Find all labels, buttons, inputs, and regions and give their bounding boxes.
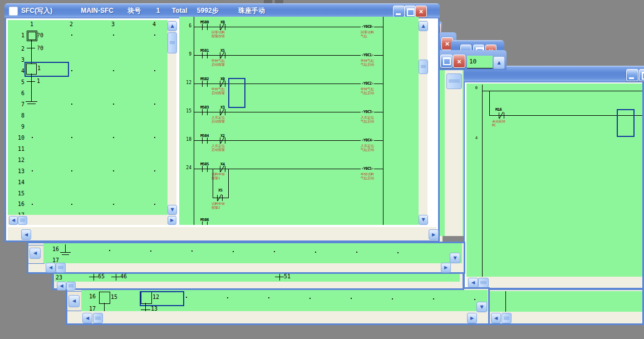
scrollbar-track[interactable] [445, 70, 463, 236]
scroll-left-button[interactable]: ◀ [491, 313, 501, 323]
grid-dot [433, 298, 434, 299]
close-button[interactable]: × [453, 55, 465, 68]
scroll-down-button[interactable]: ▼ [476, 302, 487, 312]
ladder-canvas[interactable]: 6 M500 X0 回零试料报警按钮 Y0C0 回零试料气缸 9 M501 X5… [179, 17, 419, 225]
strip-window-f: ◀ [487, 288, 644, 325]
maximize-button[interactable] [404, 6, 416, 17]
step-number-cell[interactable]: 10 [467, 56, 493, 68]
row-number: 4 [17, 68, 24, 74]
sfc-initial-step[interactable] [27, 31, 37, 41]
row-number: 16 [51, 246, 59, 252]
coil-symbol: Y0C2 [361, 81, 374, 86]
no-contact-symbol [202, 137, 208, 144]
sfc-end-line [27, 104, 36, 104]
minimize-icon [396, 13, 401, 15]
scrollbar-thumb[interactable] [93, 313, 103, 323]
ladder-canvas-right[interactable]: 0 M16 点动反转MC 4 [466, 83, 642, 277]
no-contact-symbol [202, 52, 208, 58]
minimize-button[interactable] [393, 6, 405, 17]
scrollbar-thumb[interactable] [66, 282, 76, 291]
maximize-button[interactable] [639, 69, 644, 81]
scroll-left-button[interactable]: ◀ [30, 248, 41, 259]
contact-comment: 点动反转MC [492, 119, 505, 127]
row-number: 6 [17, 90, 24, 96]
scroll-left-button[interactable]: ◀ [9, 216, 18, 225]
scrollbar-thumb[interactable] [168, 32, 177, 53]
scroll-down-button[interactable]: ▼ [450, 253, 460, 263]
title-block-number: 1 [156, 7, 160, 14]
scroll-right-icon: ▶ [432, 233, 435, 237]
scrollbar-thumb[interactable] [18, 216, 27, 225]
scroll-left-button[interactable]: ◀ [82, 313, 92, 323]
scroll-down-button[interactable]: ▼ [419, 215, 428, 225]
strip-d-canvas[interactable]: 16 15 12 17 13 [81, 290, 488, 311]
step-label: 1 [37, 65, 41, 71]
scroll-right-button[interactable]: ▶ [467, 313, 477, 323]
close-icon: × [454, 55, 465, 67]
scroll-up-button[interactable]: ▲ [168, 21, 177, 31]
nc-contact-symbol [220, 166, 225, 172]
scrollbar-thumb[interactable] [419, 60, 428, 74]
no-contact-symbol [202, 109, 208, 115]
contact-comment: 中转气缸启动报警 [212, 87, 225, 95]
scroll-down-icon: ▼ [453, 256, 456, 261]
column-header: 2 [70, 21, 73, 27]
scroll-left-icon: ◀ [12, 218, 15, 223]
main-titlebar[interactable]: SFC(写入) MAIN-SFC 块号 1 Total 5992步 珠座手动 × [4, 3, 440, 18]
scroll-left-button[interactable]: ◀ [57, 282, 66, 291]
minimize-button[interactable] [626, 69, 638, 81]
close-button[interactable]: × [415, 6, 427, 17]
strip-f-canvas[interactable] [489, 291, 642, 312]
coil-comment: 入库定位气缸启动 [361, 115, 374, 123]
sfc-transition-tick [27, 81, 35, 82]
rung-step-number: 24 [180, 165, 191, 170]
scroll-left-button[interactable]: ◀ [46, 263, 56, 273]
scroll-left-icon: ◀ [72, 299, 76, 303]
sfc-vscrollbar[interactable]: ▲ ▼ [168, 20, 176, 215]
grid-dot [113, 35, 114, 36]
grid-dot [186, 297, 187, 298]
scrollbar-thumb[interactable] [478, 278, 489, 288]
scroll-left-icon: ◀ [49, 266, 52, 270]
row-number: 12 [13, 157, 24, 163]
scroll-right-button[interactable]: ▶ [168, 216, 176, 225]
main-hscrollbar[interactable]: ◀ ▶ [8, 227, 436, 240]
right-window-hscrollbar[interactable]: ◀ [466, 277, 642, 288]
scrollbar-thumb[interactable] [446, 73, 462, 89]
scroll-right-button[interactable]: ▶ [429, 229, 439, 240]
contact-label: X5 [218, 188, 222, 193]
strip-window-d: ◀ 16 15 12 17 13 ◀ ▶ ▼ [66, 287, 490, 325]
scroll-up-icon: ▲ [497, 61, 500, 65]
sfc-step-box[interactable] [99, 292, 110, 304]
scrollbar-thumb[interactable] [56, 263, 66, 273]
contact-label: M16 [495, 107, 502, 112]
scroll-down-button[interactable]: ▼ [168, 205, 177, 215]
scroll-left-button[interactable]: ◀ [21, 229, 31, 240]
ladder-vscrollbar[interactable]: ▲ ▼ [419, 20, 427, 225]
grid-dot [191, 250, 193, 252]
maximize-button[interactable] [440, 55, 453, 68]
scroll-right-icon: ▶ [170, 218, 174, 223]
grid-dot [71, 137, 72, 138]
scroll-left-button[interactable]: ◀ [68, 295, 80, 307]
grid-dot [71, 204, 72, 205]
grid-dot [268, 297, 269, 298]
scroll-right-button[interactable]: ▶ [441, 263, 451, 273]
grid-dot [351, 298, 352, 299]
coil-comment: 中转气缸气缸启动 [361, 87, 374, 95]
scroll-up-button[interactable]: ▲ [493, 56, 505, 69]
scroll-up-button[interactable]: ▲ [419, 21, 428, 31]
scrollbar-thumb[interactable] [502, 313, 512, 323]
sfc-hscrollbar[interactable]: ◀ ▶ [8, 215, 176, 225]
transition-label: 51 [284, 273, 291, 279]
strip-b-canvas[interactable]: 16 17 [43, 243, 462, 263]
sfc-canvas[interactable]: 1 2 3 4 1 2 3 4 5 6 7 8 9 10 11 12 13 14… [8, 20, 168, 215]
scroll-left-button[interactable]: ◀ [468, 278, 478, 288]
sfc-end-stem [65, 244, 66, 253]
row-number: 23 [55, 274, 62, 281]
scroll-left-icon: ◀ [24, 233, 28, 237]
title-text: SFC(写入) MAIN-SFC 块号 1 Total 5992步 珠座手动 [21, 6, 265, 16]
ladder-left-rail [482, 85, 483, 277]
sfc-transition-tick [111, 277, 120, 277]
desktop: × × × × 10 ▲ 0 M16 [0, 0, 644, 339]
